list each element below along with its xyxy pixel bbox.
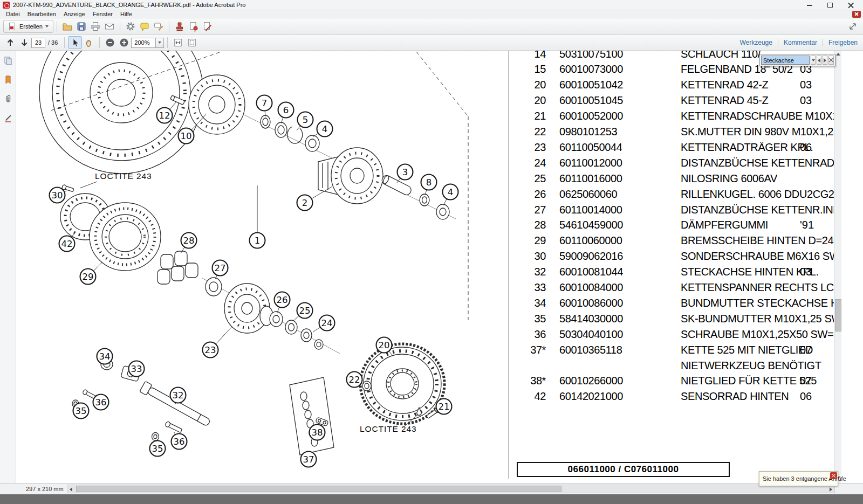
save-button[interactable] <box>74 20 88 33</box>
menu-fenster[interactable]: Fenster <box>89 11 117 17</box>
svg-text:42: 42 <box>61 239 73 249</box>
sticky-note-button[interactable] <box>138 20 152 33</box>
stamp-button[interactable] <box>173 20 187 33</box>
print-icon <box>90 21 101 32</box>
washer <box>420 194 429 206</box>
parts-desc: SK.MUTTER DIN 980V M10X1,25 S <box>681 124 834 140</box>
status-bar: 297 x 210 mm <box>0 483 863 494</box>
minimize-button[interactable] <box>805 1 814 9</box>
previous-page-button[interactable] <box>3 36 17 49</box>
parts-pos: 32 <box>515 264 546 280</box>
parts-part: 60010266000 <box>559 373 623 389</box>
svg-text:5: 5 <box>303 115 309 125</box>
find-close-button[interactable] <box>828 56 834 65</box>
signature-icon <box>202 21 213 32</box>
close-icon <box>829 58 833 63</box>
signature-button[interactable] <box>201 20 215 33</box>
callout-24: 24 <box>319 315 335 331</box>
toolbar-resize-button[interactable] <box>846 20 860 33</box>
svg-text:30: 30 <box>52 190 63 201</box>
zoom-in-button[interactable] <box>117 36 131 49</box>
pdf-page[interactable]: 1210765438423042292827126252423343320223… <box>16 51 834 483</box>
window-title: 2007-KTM-990_ADVENTURE_BLACK_ORANGE_FAHR… <box>13 2 245 8</box>
parts-part: 60110016000 <box>559 171 622 187</box>
hand-tool-button[interactable] <box>82 36 96 49</box>
review-button[interactable] <box>152 20 166 33</box>
signatures-panel-button[interactable] <box>2 112 14 123</box>
parts-suffix: 06 <box>800 140 812 155</box>
close-icon <box>832 474 835 478</box>
create-pdf-button[interactable]: Erstellen <box>3 20 53 33</box>
svg-text:27: 27 <box>215 263 226 273</box>
snap-ring <box>287 127 303 143</box>
fit-width-button[interactable] <box>171 36 185 49</box>
parts-table-row: 2854610459000DÄMPFERGUMMI'91 <box>515 217 834 233</box>
find-previous-button[interactable] <box>817 56 821 65</box>
page-number-input[interactable] <box>31 38 45 48</box>
wheel-rim <box>39 51 203 174</box>
parts-desc: KETTENSPANNER RECHTS LC8 <box>681 280 834 295</box>
pages-panel-button[interactable] <box>2 55 14 67</box>
task-link-werkzeuge[interactable]: Werkzeuge <box>739 39 772 46</box>
find-next-button[interactable] <box>823 56 827 65</box>
print-button[interactable] <box>88 20 102 33</box>
parts-diagram: 1210765438423042292827126252423343320223… <box>16 51 510 482</box>
vertical-scrollbar[interactable] <box>834 51 841 483</box>
parts-table-row: 3558414030000SK-BUNDMUTTER M10X1,25 SW <box>515 311 834 327</box>
minimize-icon <box>807 5 812 6</box>
task-link-freigeben[interactable]: Freigeben <box>828 39 858 46</box>
search-input[interactable] <box>761 56 810 65</box>
bookmarks-panel-button[interactable] <box>2 74 14 86</box>
zoom-out-icon <box>105 38 115 47</box>
zoom-out-button[interactable] <box>103 36 117 49</box>
next-page-button[interactable] <box>17 36 31 49</box>
parts-pos: 14 <box>515 51 546 62</box>
svg-text:28: 28 <box>183 236 195 246</box>
hub-flange <box>189 75 245 134</box>
menu-bearbeiten[interactable]: Bearbeiten <box>24 11 60 17</box>
svg-text:35: 35 <box>76 406 87 416</box>
notification-close-button[interactable] <box>830 472 837 479</box>
scroll-left-icon[interactable] <box>70 487 72 492</box>
zoom-dropdown-button[interactable] <box>156 38 164 48</box>
menu-hilfe[interactable]: Hilfe <box>117 11 136 17</box>
bookmarks-panel-icon <box>3 75 13 85</box>
menu-anzeige[interactable]: Anzeige <box>60 11 89 17</box>
parts-part: 60010086000 <box>559 295 623 311</box>
open-button[interactable] <box>60 20 74 33</box>
parts-part: 60010073000 <box>559 61 623 77</box>
select-tool-button[interactable] <box>68 36 82 49</box>
maximize-button[interactable] <box>826 1 834 9</box>
horizontal-scroll-thumb[interactable] <box>76 486 561 492</box>
acrobat-window: 2007-KTM-990_ADVENTURE_BLACK_ORANGE_FAHR… <box>0 0 863 504</box>
callout-23: 23 <box>203 342 218 358</box>
scroll-right-icon[interactable] <box>830 487 832 492</box>
fit-page-button[interactable] <box>185 36 199 49</box>
menu-datei[interactable]: Datei <box>2 11 24 17</box>
parts-desc: SONDERSCHRAUBE M6X16 SW=8 <box>681 248 834 264</box>
certify-button[interactable] <box>187 20 201 33</box>
missed-calls-notification[interactable]: Sie haben 3 entgangene Anrufe <box>759 471 838 486</box>
signatures-panel-icon <box>3 113 13 122</box>
settings-button[interactable] <box>124 20 138 33</box>
search-options-button[interactable] <box>811 56 816 65</box>
toolbar-separator <box>64 37 65 48</box>
vertical-scroll-thumb[interactable] <box>835 299 841 332</box>
task-link-kommentar[interactable]: Kommentar <box>784 39 817 46</box>
parts-part: 60110050044 <box>559 140 622 155</box>
parts-pos: 38* <box>515 373 546 389</box>
page-divider <box>509 51 509 479</box>
close-button[interactable] <box>846 1 855 9</box>
callout-38: 38 <box>310 425 325 440</box>
zoom-level-value[interactable]: 200% <box>131 38 156 48</box>
scroll-up-icon[interactable] <box>836 53 840 56</box>
email-button[interactable] <box>102 20 117 33</box>
menu-close-button[interactable] <box>852 11 861 18</box>
parts-part: 50304040100 <box>559 327 623 342</box>
page-size-label: 297 x 210 mm <box>26 486 64 492</box>
attachments-panel-button[interactable] <box>2 93 14 105</box>
parts-part: 58414030000 <box>559 311 623 327</box>
callout-32: 32 <box>170 388 186 403</box>
zoom-in-icon <box>119 38 129 47</box>
horizontal-scrollbar[interactable] <box>67 485 835 493</box>
